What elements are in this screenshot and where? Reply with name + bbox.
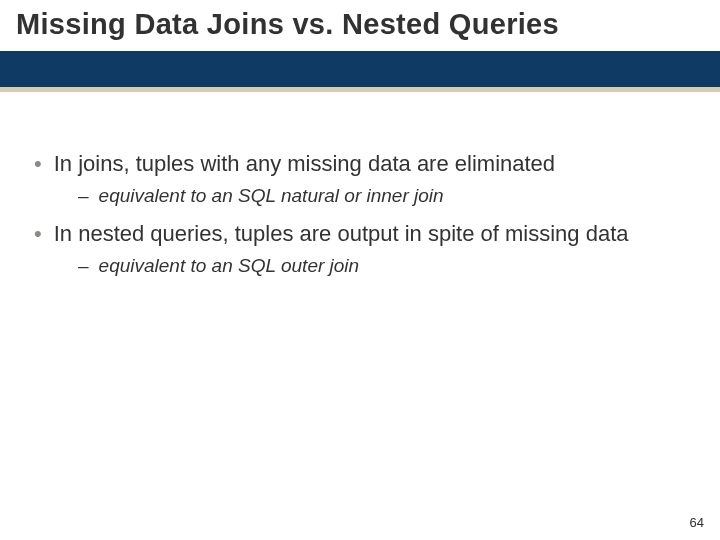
bullet-item: • In nested queries, tuples are output i… xyxy=(34,220,686,248)
slide-title: Missing Data Joins vs. Nested Queries xyxy=(16,8,704,41)
bullet-marker: • xyxy=(34,150,42,178)
bullet-marker: • xyxy=(34,220,42,248)
sub-bullet-text: equivalent to an SQL outer join xyxy=(99,254,360,278)
sub-bullet-marker: – xyxy=(78,184,89,208)
bullet-item: • In joins, tuples with any missing data… xyxy=(34,150,686,178)
sub-bullet-marker: – xyxy=(78,254,89,278)
bullet-text: In nested queries, tuples are output in … xyxy=(54,220,629,248)
bullet-text: In joins, tuples with any missing data a… xyxy=(54,150,555,178)
title-bar: Missing Data Joins vs. Nested Queries xyxy=(0,0,720,51)
page-number: 64 xyxy=(690,515,704,530)
sub-bullet-item: – equivalent to an SQL natural or inner … xyxy=(78,184,686,208)
sub-bullet-item: – equivalent to an SQL outer join xyxy=(78,254,686,278)
sub-bullet-text: equivalent to an SQL natural or inner jo… xyxy=(99,184,444,208)
header-band-dark xyxy=(0,51,720,87)
slide-content: • In joins, tuples with any missing data… xyxy=(0,92,720,278)
